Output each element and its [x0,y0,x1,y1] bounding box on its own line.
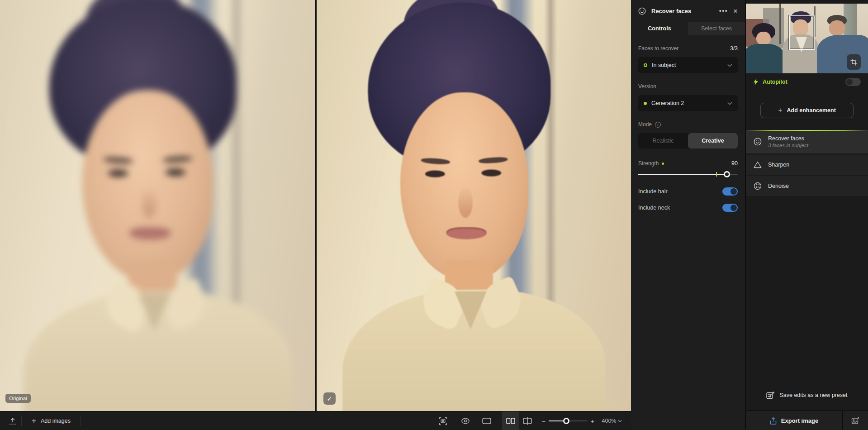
faces-scope-select[interactable]: In subject [638,57,738,73]
triangle-icon [753,161,762,168]
single-view-icon[interactable] [480,411,493,430]
green-ring-icon [644,63,647,67]
toolbar-divider [80,416,81,426]
enhancement-title: Denoise [768,183,789,189]
faces-to-recover-label: Faces to recover [638,45,678,52]
include-neck-toggle[interactable] [722,204,738,212]
bottom-toolbar: + Add images [0,411,631,430]
green-dot-icon [662,162,664,165]
zoom-slider[interactable] [549,418,588,424]
mode-option-creative[interactable]: Creative [688,133,738,148]
compare-slider-icon[interactable] [521,411,534,430]
eye-icon[interactable] [459,411,472,430]
info-icon[interactable]: i [655,122,661,128]
original-badge: Original [5,394,31,403]
zoom-level-value: 400% [602,418,617,424]
close-icon[interactable]: × [733,7,738,15]
add-enhancement-button[interactable]: + Add enhancement [760,103,854,118]
autopilot-label: Autopilot [763,79,841,85]
crop-icon [850,59,857,66]
toggle-knob [730,188,737,195]
add-images-label: Add images [41,418,71,424]
include-hair-toggle[interactable] [722,187,738,196]
enhancement-list: Recover faces 3 faces in subject Sharpen… [746,130,868,196]
enhanced-photo [317,0,631,411]
version-label: Version [638,83,656,90]
mode-label: Mode [638,121,652,128]
enhancement-title: Sharpen [768,162,789,168]
enhanced-check-badge: ✓ [323,392,336,405]
autopilot-row: Autopilot [746,73,868,91]
version-select[interactable]: Generation 2 [638,95,738,111]
strength-slider-handle[interactable] [724,171,730,177]
toggle-knob [730,205,737,211]
tab-select-faces[interactable]: Select faces [688,22,745,35]
chevron-down-icon [727,102,732,105]
zoom-slider-handle[interactable] [563,418,569,424]
export-image-button[interactable]: Export image [746,411,842,430]
chevron-down-icon [727,64,732,67]
toggle-knob [846,79,853,85]
zoom-out-button[interactable]: − [539,411,548,430]
panel-header: Recover faces ••• × [631,0,745,22]
strength-default-tick [716,172,717,177]
zoom-level-dropdown[interactable]: 400% [602,411,622,430]
panel-title: Recover faces [651,8,691,14]
split-view-icon[interactable] [502,411,519,430]
image-sparkle-icon [851,416,860,425]
save-preset-button[interactable]: Save edits as a new preset [746,385,868,405]
export-icon [770,417,777,425]
version-value: Generation 2 [651,100,723,106]
original-photo [0,0,315,411]
preset-icon [766,391,775,399]
include-neck-label: Include neck [638,205,670,211]
focus-preview-icon[interactable] [436,411,449,430]
save-preset-label: Save edits as a new preset [779,392,847,398]
plus-icon: + [778,106,782,115]
enhancement-recover-faces[interactable]: Recover faces 3 faces in subject [746,130,868,153]
chevron-down-icon [618,420,622,422]
plus-icon: + [32,416,36,425]
enhancement-denoise[interactable]: Denoise [746,176,868,196]
green-dot-icon [644,102,647,105]
enhancements-sidebar: Autopilot + Add enhancement Recover face… [746,0,868,430]
mode-segmented-control: Realistic Creative [638,133,738,148]
strength-value: 90 [731,160,738,167]
globe-icon [753,182,762,190]
smiley-icon [638,7,646,15]
include-hair-label: Include hair [638,188,668,195]
enhancement-title: Recover faces [768,135,808,142]
faces-scope-value: In subject [652,62,723,68]
crop-button[interactable] [847,54,861,70]
panel-tabs: Controls Select faces [631,22,745,35]
photo-thumbnail[interactable] [746,4,868,73]
selected-face-box[interactable] [789,15,815,50]
mode-option-realistic[interactable]: Realistic [638,133,688,148]
upload-icon[interactable] [5,411,21,430]
add-images-button[interactable]: + Add images [26,411,76,430]
main-area: Original ✓ + Add images [0,0,631,430]
lightning-bolt-icon [753,78,759,86]
add-enhancement-label: Add enhancement [787,107,835,114]
export-bar: Export image [746,411,868,430]
strength-label: Strength [638,160,659,167]
more-options-icon[interactable]: ••• [719,7,728,14]
original-image-pane[interactable]: Original [0,0,315,411]
comparison-canvas: Original ✓ [0,0,631,411]
export-image-label: Export image [781,417,818,424]
autopilot-toggle[interactable] [845,78,861,86]
smiley-icon [753,138,762,146]
enhanced-image-pane[interactable]: ✓ [317,0,631,411]
enhancement-sharpen[interactable]: Sharpen [746,155,868,175]
zoom-in-button[interactable]: + [588,411,597,430]
toolbar-divider [21,416,22,426]
faces-count: 3/3 [730,45,738,52]
tab-controls[interactable]: Controls [631,22,688,35]
export-settings-button[interactable] [843,411,868,430]
strength-slider-fill [638,174,727,175]
strength-slider[interactable] [638,171,738,177]
recover-faces-panel: Recover faces ••• × Controls Select face… [631,0,745,430]
enhancement-subtitle: 3 faces in subject [768,143,808,148]
